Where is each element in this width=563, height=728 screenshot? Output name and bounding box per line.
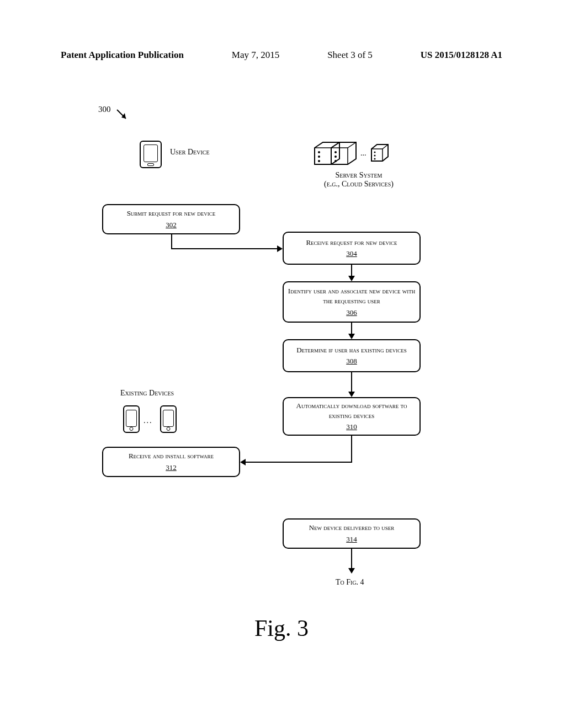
box-306-text: Identify user and associate new device w…	[286, 286, 417, 306]
server-icon: ...	[312, 138, 395, 171]
box-304: Receive request for new device 304	[283, 232, 421, 265]
arrow-icon	[348, 276, 355, 281]
svg-line-9	[348, 142, 356, 148]
tablet-icon	[140, 141, 162, 168]
box-308-ref: 308	[346, 356, 357, 366]
svg-point-18	[374, 152, 376, 153]
svg-point-7	[318, 160, 320, 162]
connector-line	[171, 248, 277, 249]
box-302: Submit request for new device 302	[102, 204, 240, 234]
arrow-icon	[240, 459, 246, 465]
svg-point-19	[374, 155, 376, 157]
sheet-label: Sheet 3 of 5	[327, 50, 373, 61]
box-302-ref: 302	[166, 220, 177, 230]
user-device-label: User Device	[170, 148, 210, 157]
svg-marker-1	[121, 113, 126, 119]
box-302-text: Submit request for new device	[127, 208, 216, 218]
svg-point-6	[318, 156, 320, 158]
connector-line	[351, 549, 352, 568]
svg-point-5	[318, 151, 320, 153]
connector-line	[351, 372, 352, 392]
box-312: Receive and install software 312	[102, 447, 240, 477]
box-310-text: Automatically download software to exist…	[286, 401, 417, 421]
to-fig4-label: To Fig. 4	[336, 578, 364, 587]
phone-icon	[123, 405, 140, 433]
existing-devices-label: Existing Devices	[120, 389, 174, 398]
box-312-ref: 312	[166, 463, 177, 473]
connector-line	[246, 462, 352, 463]
arrow-icon	[277, 245, 283, 252]
server-label-line2: (e.g., Cloud Services)	[324, 180, 394, 188]
server-system-label: Server System (e.g., Cloud Services)	[315, 171, 403, 189]
box-308: Determine if user has existing devices 3…	[283, 339, 421, 372]
box-310: Automatically download software to exist…	[283, 397, 421, 436]
connector-line	[171, 234, 172, 248]
box-306-ref: 306	[346, 308, 357, 318]
svg-point-13	[334, 160, 337, 162]
phone-icon	[160, 405, 177, 433]
box-314-ref: 314	[346, 534, 357, 544]
page: Patent Application Publication May 7, 20…	[0, 0, 563, 728]
arrow-icon	[348, 334, 355, 339]
box-314-text: New device delivered to user	[309, 523, 395, 533]
svg-text:...: ...	[360, 149, 367, 157]
pointer-arrow-icon	[116, 108, 132, 124]
figure-number-label: 300	[98, 105, 111, 114]
svg-line-16	[383, 144, 388, 149]
svg-point-11	[334, 151, 337, 153]
connector-line	[351, 436, 352, 462]
publication-label: Patent Application Publication	[61, 50, 184, 61]
svg-point-20	[374, 158, 376, 160]
server-label-line1: Server System	[336, 171, 383, 179]
box-310-ref: 310	[346, 422, 357, 432]
arrow-icon	[348, 392, 355, 397]
publication-date: May 7, 2015	[232, 50, 279, 61]
box-308-text: Determine if user has existing devices	[296, 345, 407, 355]
connector-line	[351, 323, 352, 334]
box-304-text: Receive request for new device	[306, 238, 397, 248]
arrow-icon	[348, 568, 355, 574]
box-314: New device delivered to user 314	[283, 518, 421, 549]
box-312-text: Receive and install software	[129, 451, 214, 461]
box-306: Identify user and associate new device w…	[283, 281, 421, 323]
box-304-ref: 304	[346, 249, 357, 259]
figure-caption: Fig. 3	[0, 615, 563, 641]
ellipsis: ...	[144, 416, 153, 425]
connector-line	[351, 265, 352, 276]
svg-point-12	[334, 156, 337, 158]
page-header: Patent Application Publication May 7, 20…	[0, 50, 563, 61]
publication-number: US 2015/0128128 A1	[421, 50, 502, 61]
